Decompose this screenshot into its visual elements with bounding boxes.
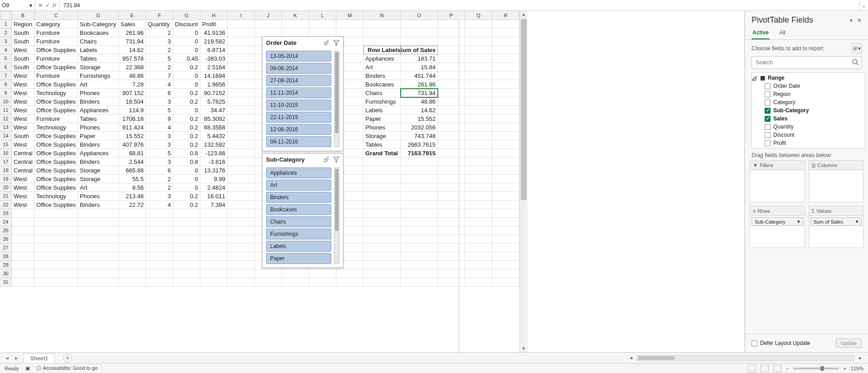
cell-C31[interactable]	[34, 278, 78, 287]
cell-D3[interactable]: Chairs	[78, 37, 119, 46]
col-header-P[interactable]: P	[438, 11, 465, 20]
cell-N27[interactable]	[364, 244, 401, 252]
cell-N21[interactable]	[364, 192, 401, 201]
row-header-23[interactable]: 23	[0, 209, 12, 218]
cell-O3[interactable]	[401, 37, 438, 46]
cell-N25[interactable]	[364, 226, 401, 235]
cell-D20[interactable]: Art	[78, 183, 119, 192]
cell-H6[interactable]: 2.5164	[200, 63, 228, 72]
cell-R12[interactable]	[492, 115, 519, 123]
cell-B26[interactable]	[12, 235, 34, 244]
cell-Q4[interactable]	[465, 46, 492, 54]
cell-H15[interactable]: 132.592	[200, 140, 228, 149]
cell-D31[interactable]	[78, 278, 119, 287]
cell-I11[interactable]	[228, 106, 255, 115]
cell-E21[interactable]: 213.48	[119, 192, 146, 201]
cell-P8[interactable]	[438, 80, 465, 89]
clear-filter-icon[interactable]	[333, 157, 339, 163]
add-sheet-button[interactable]: +	[63, 354, 72, 363]
cell-G31[interactable]	[173, 278, 200, 287]
cell-Q6[interactable]	[465, 63, 492, 72]
col-header-F[interactable]: F	[146, 11, 173, 20]
cell-B1[interactable]: Region	[12, 20, 34, 29]
cell-H17[interactable]: -3.816	[200, 158, 228, 166]
cell-P21[interactable]	[438, 192, 465, 201]
cell-K31[interactable]	[282, 278, 309, 287]
grid[interactable]: BCDEFGHIJKLMNOPQR1RegionCategorySub-Cate…	[0, 11, 519, 352]
cell-F30[interactable]	[146, 269, 173, 278]
cell-C11[interactable]: Office Supplies	[34, 106, 78, 115]
cell-G13[interactable]: 0.2	[173, 123, 200, 132]
cell-F6[interactable]: 2	[146, 63, 173, 72]
field-item[interactable]: Region	[752, 90, 865, 98]
zoom-out-icon[interactable]: −	[786, 366, 789, 371]
cell-P2[interactable]	[438, 29, 465, 37]
cell-H4[interactable]: 6.8714	[200, 46, 228, 54]
panel-close-icon[interactable]: ✕	[857, 17, 862, 24]
cell-B31[interactable]	[12, 278, 34, 287]
cell-O19[interactable]	[401, 175, 438, 183]
cell-C3[interactable]: Furniture	[34, 37, 78, 46]
cell-G30[interactable]	[173, 269, 200, 278]
cell-M1[interactable]	[336, 20, 364, 29]
cell-H27[interactable]	[200, 244, 228, 252]
cell-H7[interactable]: 14.1694	[200, 72, 228, 80]
cell-F14[interactable]: 3	[146, 132, 173, 140]
cell-R30[interactable]	[492, 269, 519, 278]
slicer-item[interactable]: 12-06-2016	[266, 124, 331, 135]
cell-B6[interactable]: South	[12, 63, 34, 72]
cell-E14[interactable]: 15.552	[119, 132, 146, 140]
field-checkbox[interactable]	[765, 83, 771, 89]
cell-I5[interactable]	[228, 54, 255, 63]
cell-I3[interactable]	[228, 37, 255, 46]
cell-H24[interactable]	[200, 218, 228, 226]
cell-R22[interactable]	[492, 201, 519, 209]
horizontal-scrollbar[interactable]: ◄ ►	[77, 353, 868, 363]
cell-P7[interactable]	[438, 72, 465, 80]
cell-H12[interactable]: 85.3092	[200, 115, 228, 123]
cell-G15[interactable]: 0.2	[173, 140, 200, 149]
slicer-item[interactable]: Art	[266, 180, 331, 191]
cell-P13[interactable]	[438, 123, 465, 132]
cell-Q9[interactable]	[465, 89, 492, 97]
cell-P19[interactable]	[438, 175, 465, 183]
cell-F27[interactable]	[146, 244, 173, 252]
cell-B3[interactable]: South	[12, 37, 34, 46]
row-header-2[interactable]: 2	[0, 29, 12, 37]
cell-R23[interactable]	[492, 209, 519, 218]
cell-Q28[interactable]	[465, 252, 492, 261]
cell-I27[interactable]	[228, 244, 255, 252]
cell-G24[interactable]	[173, 218, 200, 226]
cell-N12[interactable]: Paper	[364, 115, 401, 123]
formula-input[interactable]: 731.94	[60, 0, 859, 10]
cell-D18[interactable]: Storage	[78, 166, 119, 175]
row-header-4[interactable]: 4	[0, 46, 12, 54]
values-area-item[interactable]: Sum of Sales▾	[810, 217, 862, 226]
cell-N30[interactable]	[364, 269, 401, 278]
cell-O28[interactable]	[401, 252, 438, 261]
cell-C17[interactable]: Office Supplies	[34, 158, 78, 166]
filters-area[interactable]: ▼Filters	[750, 160, 805, 202]
field-checkbox[interactable]	[765, 132, 771, 138]
cell-N16[interactable]: Grand Total	[364, 149, 401, 158]
cell-Q19[interactable]	[465, 175, 492, 183]
cell-G29[interactable]	[173, 261, 200, 269]
cell-L30[interactable]	[309, 269, 336, 278]
cell-O9[interactable]: 731.94	[401, 89, 438, 97]
cell-D7[interactable]: Furnishings	[78, 72, 119, 80]
cell-C19[interactable]: Office Supplies	[34, 175, 78, 183]
col-header-H[interactable]: H	[200, 11, 228, 20]
cell-C29[interactable]	[34, 261, 78, 269]
macro-record-icon[interactable]: ▣	[25, 365, 30, 371]
cell-B9[interactable]: West	[12, 89, 34, 97]
cell-Q11[interactable]	[465, 106, 492, 115]
cell-E20[interactable]: 8.56	[119, 183, 146, 192]
cell-D6[interactable]: Storage	[78, 63, 119, 72]
cell-O20[interactable]	[401, 183, 438, 192]
field-checkbox[interactable]: ✓	[765, 116, 771, 122]
cell-J1[interactable]	[255, 20, 282, 29]
cell-N31[interactable]	[364, 278, 401, 287]
cell-R26[interactable]	[492, 235, 519, 244]
col-header-R[interactable]: R	[492, 11, 519, 20]
cell-H2[interactable]: 41.9136	[200, 29, 228, 37]
